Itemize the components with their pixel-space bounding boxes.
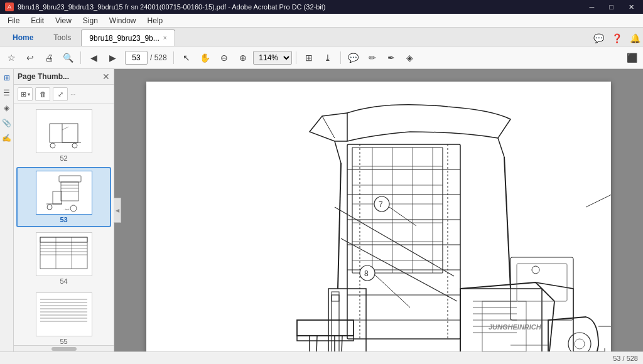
pdf-page: JUNGHEINRICH	[146, 82, 611, 351]
thumb-view-button[interactable]: ⊞▾	[18, 87, 33, 101]
page-nav-group: / 528	[125, 51, 167, 65]
tab-close-button[interactable]: ×	[163, 35, 167, 41]
thumbnail-54[interactable]: 54	[16, 230, 111, 287]
page-total-label: / 528	[150, 53, 167, 62]
sidebar-toolbar: ⊞▾ 🗑 ⤢ ···	[14, 85, 114, 104]
sidebar-collapse-button[interactable]: ◀	[114, 198, 121, 223]
separator-4	[340, 51, 341, 64]
thumbnail-55[interactable]: 55	[16, 290, 111, 345]
svg-text:JUNGHEINRICH: JUNGHEINRICH	[489, 323, 542, 331]
toolbar-right: ⬛	[623, 49, 640, 67]
thumbnail-53-image: --text--	[36, 171, 92, 215]
status-bar: 53 / 528	[0, 351, 643, 364]
attachments-icon[interactable]: 📎	[1, 117, 13, 129]
zoom-in-button[interactable]: ⊕	[234, 49, 252, 67]
bookmark-button[interactable]: ☆	[3, 49, 20, 67]
svg-rect-29	[37, 294, 90, 335]
svg-text:8: 8	[364, 269, 369, 278]
forklift-diagram: JUNGHEINRICH	[146, 82, 611, 351]
title-bar-text: 9bru18_9bru23_9bdru13_9bdru15 fr sn 2400…	[18, 3, 325, 11]
thumbnail-54-image	[36, 232, 92, 276]
separator-2	[173, 51, 174, 64]
thumbnail-53[interactable]: --text-- 53	[16, 167, 111, 227]
svg-rect-38	[146, 82, 611, 351]
page-number-input[interactable]	[125, 51, 148, 65]
menu-bar: File Edit View Sign Window Help	[0, 14, 643, 28]
sidebar-thumbnails: Page Thumb... ✕ ⊞▾ 🗑 ⤢ ···	[14, 69, 114, 351]
menu-view[interactable]: View	[50, 15, 77, 26]
sidebar-scrollbar[interactable]	[14, 345, 114, 351]
thumb-52-label: 52	[60, 154, 67, 162]
help-icon[interactable]: ❓	[612, 33, 622, 43]
highlight-button[interactable]: ✏	[364, 49, 381, 67]
zoom-search-button[interactable]: 🔍	[59, 49, 77, 67]
tab-document-label: 9bru18_9bru23_9b...	[89, 34, 159, 43]
layers-icon[interactable]: ◈	[1, 102, 13, 114]
zoom-selector[interactable]: 114%	[253, 51, 292, 65]
thumb-55-label: 55	[60, 338, 67, 345]
redact-button[interactable]: ⬛	[623, 49, 640, 67]
menu-file[interactable]: File	[3, 15, 24, 26]
notification-icon[interactable]: 🔔	[630, 33, 640, 43]
pdf-content-area[interactable]: JUNGHEINRICH	[114, 69, 643, 351]
thumbnail-52-image	[36, 109, 92, 153]
sidebar-header: Page Thumb... ✕	[14, 69, 114, 85]
tab-document[interactable]: 9bru18_9bru23_9b... ×	[81, 29, 175, 46]
comment-add-button[interactable]: 💬	[345, 49, 362, 67]
signatures-icon[interactable]: ✍	[1, 132, 13, 144]
draw-button[interactable]: ✒	[382, 49, 400, 67]
menu-sign[interactable]: Sign	[78, 15, 103, 26]
delete-page-button[interactable]: 🗑	[35, 87, 50, 101]
view-mode-button[interactable]: ⊞	[300, 49, 318, 67]
menu-window[interactable]: Window	[104, 15, 141, 26]
bookmarks-icon[interactable]: ☰	[1, 87, 13, 99]
maximize-button[interactable]: □	[605, 3, 617, 11]
tab-home[interactable]: Home	[3, 29, 43, 46]
undo-button[interactable]: ↩	[21, 49, 39, 67]
thumb-53-label: 53	[60, 216, 67, 223]
minimize-button[interactable]: ─	[586, 3, 598, 11]
extract-page-button[interactable]: ⤢	[53, 87, 68, 101]
menu-help[interactable]: Help	[143, 15, 168, 26]
thumbnail-52[interactable]: 52	[16, 107, 111, 164]
print-button[interactable]: 🖨	[40, 49, 58, 67]
close-button[interactable]: ✕	[625, 3, 638, 11]
zoom-out-button[interactable]: ⊖	[215, 49, 233, 67]
app-icon: A	[5, 3, 14, 11]
svg-text:7: 7	[379, 200, 383, 209]
status-page-info: 53 / 528	[613, 355, 638, 362]
left-panel-icons: ⊞ ☰ ◈ 📎 ✍	[0, 69, 14, 351]
select-tool-button[interactable]: ↖	[178, 49, 195, 67]
svg-text:--text--: --text--	[63, 208, 71, 211]
sidebar-title: Page Thumb...	[18, 72, 69, 81]
sidebar-close-button[interactable]: ✕	[102, 72, 110, 82]
thumb-54-label: 54	[60, 277, 67, 285]
comment-icon[interactable]: 💬	[593, 33, 604, 43]
thumbnail-55-image	[36, 292, 92, 336]
hand-tool-button[interactable]: ✋	[197, 49, 214, 67]
extract-button[interactable]: ⤓	[319, 49, 337, 67]
title-bar: A 9bru18_9bru23_9bdru13_9bdru15 fr sn 24…	[0, 0, 643, 14]
separator-1	[80, 51, 81, 64]
scrollbar-thumb	[51, 347, 77, 351]
menu-edit[interactable]: Edit	[26, 15, 49, 26]
status-bar-right: 53 / 528	[613, 355, 638, 362]
next-page-button[interactable]: ▶	[104, 49, 121, 67]
tab-tools[interactable]: Tools	[43, 29, 81, 46]
thumbnail-list: 52	[14, 104, 114, 345]
prev-page-button[interactable]: ◀	[85, 49, 102, 67]
svg-rect-0	[37, 111, 90, 152]
stamp-button[interactable]: ◈	[401, 49, 419, 67]
separator-3	[296, 51, 296, 64]
thumbnails-icon[interactable]: ⊞	[1, 72, 13, 84]
toolbar: ☆ ↩ 🖨 🔍 ◀ ▶ / 528 ↖ ✋ ⊖ ⊕ 114% ⊞ ⤓ 💬 ✏ ✒…	[0, 46, 643, 69]
tab-bar: Home Tools 9bru18_9bru23_9b... × 💬 ❓ 🔔	[0, 28, 643, 46]
main-area: ⊞ ☰ ◈ 📎 ✍ Page Thumb... ✕ ⊞▾ 🗑 ⤢ ···	[0, 69, 643, 351]
